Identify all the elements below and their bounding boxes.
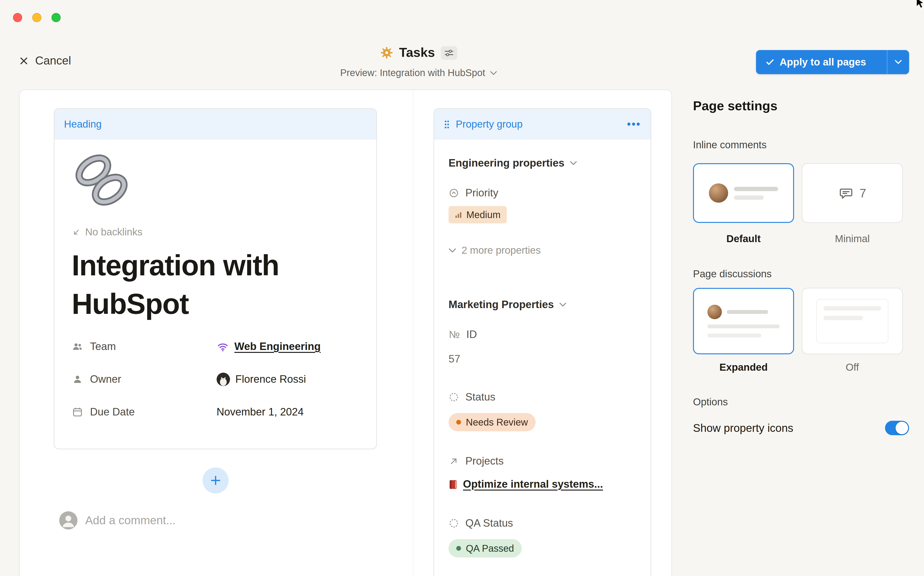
off-option-label: Off [802,361,903,374]
placeholder-line [734,195,764,200]
signal-bars-icon [455,211,462,218]
person-icon [72,374,83,385]
discussions-expanded-option[interactable] [693,288,794,354]
canvas-divider [413,90,413,576]
priority-icon [448,188,459,198]
document-title-row: Tasks [0,45,837,60]
placeholder-line [823,316,863,320]
minimize-window-button[interactable] [32,13,41,22]
property-row-due-date: Due Date November 1, 2024 [72,396,359,429]
avatar-thumbnail [709,183,728,203]
doc-title-label: Tasks [399,45,435,60]
backlinks-indicator: No backlinks [72,226,359,238]
chevron-down-icon [490,70,497,75]
property-name: Owner [90,373,121,386]
chevron-down-icon [570,161,577,166]
layout-settings-button[interactable] [441,46,457,59]
inline-comments-options: 7 [693,163,909,223]
project-link[interactable]: Optimize internal systems... [463,478,603,491]
discussions-off-option[interactable] [802,288,903,354]
page-properties: Team Web Engineering Owner [72,330,359,429]
section-engineering-properties[interactable]: Engineering properties [448,157,636,170]
expanded-option-label: Expanded [693,361,794,374]
add-block-button[interactable] [203,467,228,493]
more-properties-label: 2 more properties [461,245,541,256]
options-label: Options [693,395,909,409]
preview-page-selector[interactable]: Preview: Integration with HubSpot [0,67,837,78]
orange-dot-icon [456,420,461,425]
inline-comments-option-labels: Default Minimal [693,232,909,245]
comment-bubble-icon [838,186,854,200]
property-row-team: Team Web Engineering [72,330,359,363]
comment-composer [59,511,292,530]
user-avatar-icon [59,511,78,530]
green-dot-icon [456,546,461,551]
placeholder-line [823,306,881,310]
property-name: Due Date [90,406,135,418]
priority-label: Priority [465,187,498,199]
team-value-link[interactable]: Web Engineering [235,340,321,353]
drag-handle-icon[interactable] [444,120,450,129]
zoom-window-button[interactable] [51,13,61,22]
property-group-block: Property group ••• Engineering propertie… [434,108,651,576]
priority-tag-medium: Medium [448,206,507,223]
check-icon [766,58,774,66]
inline-comments-minimal-option[interactable]: 7 [802,163,903,223]
priority-property: Priority [448,187,636,199]
minimal-option-label: Minimal [802,232,903,245]
page-discussions-options [693,288,909,354]
heading-block: Heading No backlinks [54,108,377,449]
window-controls [13,13,61,22]
comment-count: 7 [860,186,866,200]
id-value: 57 [448,352,636,366]
inline-comments-default-option[interactable] [693,163,794,223]
app-window: Cancel Tasks Preview: Integration with H… [0,0,924,576]
projects-property: Projects [448,455,636,467]
more-properties-toggle[interactable]: 2 more properties [448,245,636,256]
section-title-label: Engineering properties [448,157,565,170]
section-marketing-properties[interactable]: Marketing Properties [448,298,636,311]
comment-input[interactable] [85,514,292,527]
inline-comments-label: Inline comments [693,138,909,152]
qa-status-tag-passed: QA Passed [448,539,522,557]
placeholder-line [707,325,780,328]
property-group-label: Property group [456,118,523,130]
gear-icon [380,46,393,59]
team-icon [72,341,83,352]
property-row-owner: Owner Florence Rossi [72,363,359,396]
page-title: Integration with HubSpot [72,246,346,323]
projects-label: Projects [465,455,504,467]
owner-avatar [217,373,230,386]
placeholder-line [727,310,768,314]
status-tag-needs-review: Needs Review [448,413,536,431]
page-discussions-option-labels: Expanded Off [693,361,909,374]
chain-link-icon [72,152,131,208]
apply-label: Apply to all pages [780,56,866,68]
book-icon [448,479,458,490]
page-settings-title: Page settings [693,97,909,115]
status-label: Status [465,391,495,403]
mouse-cursor-icon [916,0,924,10]
page-discussions-label: Page discussions [693,267,909,281]
discussion-thread-thumbnail [707,305,780,338]
chevron-down-icon [448,248,456,253]
arrow-down-left-icon [72,227,81,237]
plus-icon [210,475,221,486]
apply-to-all-pages-button[interactable]: Apply to all pages [756,50,909,74]
close-window-button[interactable] [13,13,22,22]
project-link-row: Optimize internal systems... [448,478,636,491]
show-property-icons-toggle[interactable] [885,421,909,435]
heading-block-header[interactable]: Heading [54,109,376,139]
show-property-icons-label: Show property icons [693,421,793,434]
wifi-icon [217,340,229,353]
more-options-button[interactable]: ••• [627,118,641,130]
property-group-header[interactable]: Property group ••• [434,109,651,139]
qa-tag-label: QA Passed [466,543,514,554]
owner-value: Florence Rossi [235,373,306,386]
page-icon-chain-links[interactable] [72,152,359,210]
toggle-knob [895,422,908,434]
heading-block-label: Heading [64,118,102,130]
placeholder-line [734,187,778,191]
section-title-label: Marketing Properties [448,298,554,311]
apply-options-button[interactable] [887,50,909,74]
